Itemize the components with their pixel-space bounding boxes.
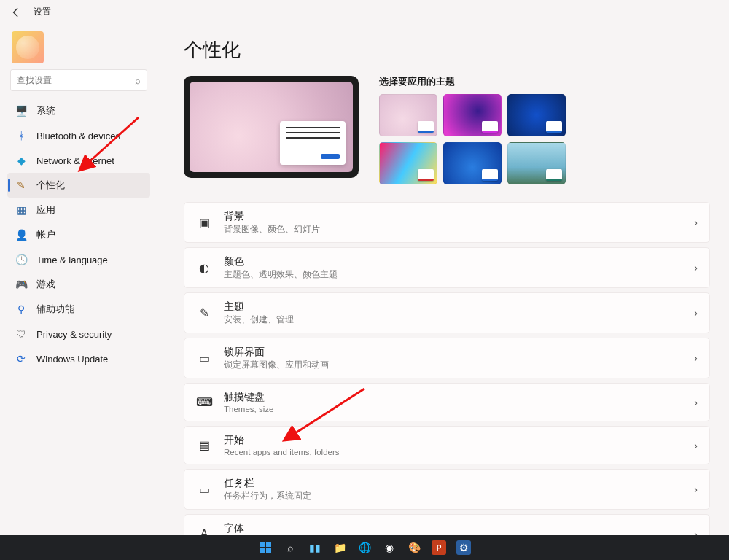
row-subtitle: 主题色、透明效果、颜色主题 xyxy=(224,269,682,280)
theme-option-1[interactable] xyxy=(379,94,437,136)
sidebar-item--[interactable]: ✎个性化 xyxy=(7,173,150,198)
taskbar-chrome-icon[interactable]: ◉ xyxy=(382,540,397,555)
row-title: 触摸键盘 xyxy=(224,391,682,404)
row-title: 任务栏 xyxy=(224,477,682,490)
themes-label: 选择要应用的主题 xyxy=(379,76,710,88)
chevron-right-icon: › xyxy=(694,483,698,495)
nav-label: 游戏 xyxy=(36,278,55,291)
palette-icon: ◐ xyxy=(196,260,212,276)
nav-label: 应用 xyxy=(36,203,55,217)
taskbar-paint-icon[interactable]: 🎨 xyxy=(407,540,421,555)
settings-row-start[interactable]: ▤开始Recent apps and items, folders› xyxy=(184,426,710,464)
sidebar-item--[interactable]: 🖥️系统 xyxy=(7,98,150,123)
row-subtitle: 背景图像、颜色、幻灯片 xyxy=(224,224,682,235)
row-title: 开始 xyxy=(224,434,682,447)
taskbar-icon: ▭ xyxy=(196,481,212,497)
main-content: 个性化 选择要应用的主题 ▣背景背景图像、颜色、幻灯片›◐颜色主题色、透明效果、… xyxy=(155,21,729,540)
theme-option-6[interactable] xyxy=(507,142,566,184)
row-subtitle: 锁定屏幕图像、应用和动画 xyxy=(224,359,682,370)
taskbar-explorer-icon[interactable]: 📁 xyxy=(332,540,347,555)
search-box[interactable]: ⌕ xyxy=(10,69,147,91)
row-title: 背景 xyxy=(224,210,682,223)
settings-row-brush[interactable]: ✎主题安装、创建、管理› xyxy=(184,292,710,333)
lock-icon: ▭ xyxy=(196,350,212,366)
theme-option-5[interactable] xyxy=(443,142,502,184)
search-icon: ⌕ xyxy=(135,75,141,86)
sidebar-item--[interactable]: ⚲辅助功能 xyxy=(7,297,150,322)
row-title: 锁屏界面 xyxy=(224,346,682,359)
row-title: 颜色 xyxy=(224,255,682,268)
sidebar-item-bluetooth-devices[interactable]: ᚼBluetooth & devices xyxy=(7,123,150,148)
keyboard-icon: ⌨ xyxy=(196,394,212,411)
chevron-right-icon: › xyxy=(694,440,698,451)
nav-label: Time & language xyxy=(36,254,108,265)
image-icon: ▣ xyxy=(196,214,212,230)
theme-option-2[interactable] xyxy=(443,94,502,136)
theme-option-3[interactable] xyxy=(507,94,566,136)
start-icon: ▤ xyxy=(196,438,212,454)
nav-icon: 👤 xyxy=(15,228,28,241)
sidebar-item-network-internet[interactable]: ◆Network & internet xyxy=(7,148,150,173)
chevron-right-icon: › xyxy=(694,217,698,228)
settings-row-lock[interactable]: ▭锁屏界面锁定屏幕图像、应用和动画› xyxy=(184,338,710,378)
sidebar-item-windows-update[interactable]: ⟳Windows Update xyxy=(7,346,150,371)
nav-icon: ⟳ xyxy=(15,352,28,365)
brush-icon: ✎ xyxy=(196,305,212,321)
row-title: 主题 xyxy=(224,300,682,314)
chevron-right-icon: › xyxy=(694,352,698,364)
sidebar-item--[interactable]: 🎮游戏 xyxy=(7,272,150,297)
nav-icon: ◆ xyxy=(15,154,28,167)
sidebar-item--[interactable]: ▦应用 xyxy=(7,198,150,222)
chevron-right-icon: › xyxy=(694,307,698,319)
settings-row-keyboard[interactable]: ⌨触摸键盘Themes, size› xyxy=(184,383,710,421)
taskbar-ppt-icon[interactable]: P xyxy=(432,540,446,555)
app-title: 设置 xyxy=(34,6,51,18)
nav-icon: ✎ xyxy=(15,179,28,192)
nav-label: Network & internet xyxy=(36,155,114,166)
search-input[interactable] xyxy=(17,75,135,85)
nav-icon: 🎮 xyxy=(15,278,28,291)
row-subtitle: 安装、创建、管理 xyxy=(224,314,682,325)
row-subtitle: Recent apps and items, folders xyxy=(224,448,682,456)
taskbar-search-icon[interactable]: ⌕ xyxy=(283,540,297,555)
nav-icon: ⚲ xyxy=(15,303,28,316)
nav-icon: ᚼ xyxy=(15,129,28,142)
nav-label: Windows Update xyxy=(36,354,108,365)
avatar[interactable] xyxy=(12,31,44,63)
sidebar-item--[interactable]: 👤帐户 xyxy=(7,222,150,247)
nav-label: Privacy & security xyxy=(36,329,112,340)
settings-row-image[interactable]: ▣背景背景图像、颜色、幻灯片› xyxy=(184,202,710,243)
nav-label: 辅助功能 xyxy=(36,303,74,316)
sidebar: ⌕ 🖥️系统ᚼBluetooth & devices◆Network & int… xyxy=(0,21,155,540)
chevron-right-icon: › xyxy=(694,397,698,408)
theme-option-4[interactable] xyxy=(379,142,437,184)
taskbar: ⌕ ▮▮ 📁 🌐 ◉ 🎨 P ⚙ xyxy=(0,535,729,560)
back-button[interactable] xyxy=(10,7,22,18)
nav-label: 帐户 xyxy=(36,228,55,241)
page-title: 个性化 xyxy=(184,37,710,63)
row-title: 字体 xyxy=(224,522,682,535)
nav-icon: ▦ xyxy=(15,203,28,217)
taskbar-edge-icon[interactable]: 🌐 xyxy=(357,540,372,555)
taskbar-taskview-icon[interactable]: ▮▮ xyxy=(308,540,322,555)
nav-label: Bluetooth & devices xyxy=(36,131,120,141)
chevron-right-icon: › xyxy=(694,262,698,273)
nav-label: 个性化 xyxy=(36,179,65,192)
nav-label: 系统 xyxy=(36,104,55,117)
sidebar-item-privacy-security[interactable]: 🛡Privacy & security xyxy=(7,322,150,346)
taskbar-settings-icon[interactable]: ⚙ xyxy=(456,540,471,555)
sidebar-item-time-language[interactable]: 🕓Time & language xyxy=(7,247,150,272)
row-subtitle: 任务栏行为，系统固定 xyxy=(224,491,682,502)
settings-row-palette[interactable]: ◐颜色主题色、透明效果、颜色主题› xyxy=(184,247,710,288)
taskbar-windows-icon[interactable] xyxy=(258,540,273,555)
nav-icon: 🖥️ xyxy=(15,104,28,117)
nav-icon: 🕓 xyxy=(15,253,28,266)
row-subtitle: Themes, size xyxy=(224,405,682,413)
theme-preview xyxy=(184,76,359,178)
nav-icon: 🛡 xyxy=(15,327,28,341)
settings-row-taskbar[interactable]: ▭任务栏任务栏行为，系统固定› xyxy=(184,469,710,510)
